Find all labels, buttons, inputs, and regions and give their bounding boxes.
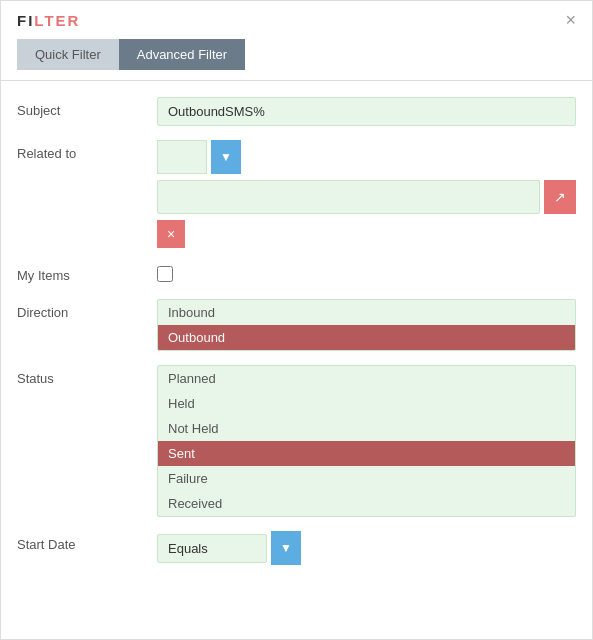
status-option-sent[interactable]: Sent	[158, 441, 575, 466]
direction-option-inbound[interactable]: Inbound	[158, 300, 575, 325]
subject-input[interactable]	[157, 97, 576, 126]
close-button[interactable]: ×	[565, 11, 576, 29]
status-option-planned[interactable]: Planned	[158, 366, 575, 391]
start-date-control: ▼	[157, 531, 576, 565]
filter-panel: FILTER × Quick Filter Advanced Filter Su…	[0, 0, 593, 640]
title-part2: LTER	[34, 12, 80, 29]
panel-header: FILTER ×	[1, 1, 592, 29]
direction-control: Inbound Outbound	[157, 299, 576, 351]
panel-title: FILTER	[17, 12, 80, 29]
direction-listbox: Inbound Outbound	[157, 299, 576, 351]
status-option-held[interactable]: Held	[158, 391, 575, 416]
related-to-label: Related to	[17, 140, 157, 161]
related-text-input[interactable]	[157, 180, 540, 214]
related-select-row: ▼	[157, 140, 576, 174]
status-option-not-held[interactable]: Not Held	[158, 416, 575, 441]
form-body: Subject Related to ▼ ↗	[1, 81, 592, 565]
direction-label: Direction	[17, 299, 157, 320]
my-items-row: My Items	[17, 262, 576, 285]
my-items-control	[157, 262, 576, 285]
related-arrow-button[interactable]: ↗	[544, 180, 576, 214]
start-date-equals-input[interactable]	[157, 534, 267, 563]
related-input-row: ↗	[157, 180, 576, 214]
chevron-down-icon: ▼	[220, 150, 232, 164]
status-option-failure[interactable]: Failure	[158, 466, 575, 491]
related-type-box	[157, 140, 207, 174]
remove-icon: ×	[167, 226, 175, 242]
related-to-control: ▼ ↗ ×	[157, 140, 576, 248]
chevron-down-icon-start: ▼	[280, 541, 292, 555]
related-to-row: Related to ▼ ↗ ×	[17, 140, 576, 248]
status-row: Status Planned Held Not Held Sent Failur…	[17, 365, 576, 517]
status-label: Status	[17, 365, 157, 386]
direction-row: Direction Inbound Outbound	[17, 299, 576, 351]
start-date-row: Start Date ▼	[17, 531, 576, 565]
tab-bar: Quick Filter Advanced Filter	[17, 39, 576, 70]
status-control: Planned Held Not Held Sent Failure Recei…	[157, 365, 576, 517]
arrow-right-icon: ↗	[554, 189, 566, 205]
direction-option-outbound[interactable]: Outbound	[158, 325, 575, 350]
tab-advanced-filter[interactable]: Advanced Filter	[119, 39, 245, 70]
status-listbox: Planned Held Not Held Sent Failure Recei…	[157, 365, 576, 517]
remove-related-button[interactable]: ×	[157, 220, 185, 248]
start-date-input-row: ▼	[157, 531, 576, 565]
tab-quick-filter[interactable]: Quick Filter	[17, 39, 119, 70]
my-items-label: My Items	[17, 262, 157, 283]
my-items-checkbox[interactable]	[157, 266, 173, 282]
subject-label: Subject	[17, 97, 157, 118]
subject-row: Subject	[17, 97, 576, 126]
start-date-dropdown-button[interactable]: ▼	[271, 531, 301, 565]
start-date-label: Start Date	[17, 531, 157, 552]
status-option-received[interactable]: Received	[158, 491, 575, 516]
title-part1: FI	[17, 12, 34, 29]
related-dropdown-button[interactable]: ▼	[211, 140, 241, 174]
subject-control	[157, 97, 576, 126]
